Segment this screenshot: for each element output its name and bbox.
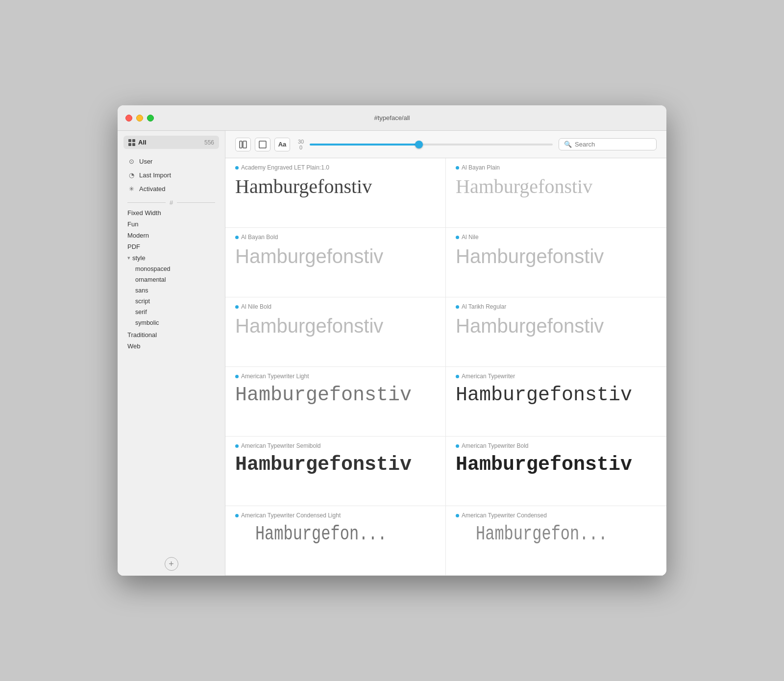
sidebar-tag-ornamental[interactable]: ornamental	[131, 274, 219, 285]
font-cell-american-typewriter-condensed-light[interactable]: American Typewriter Condensed LightHambu…	[225, 506, 446, 576]
sidebar-toggle-button[interactable]	[235, 138, 251, 151]
font-cell-american-typewriter-bold[interactable]: American Typewriter BoldHamburgefonstiv	[446, 437, 666, 506]
font-cell-american-typewriter-condensed[interactable]: American Typewriter CondensedHamburgefon…	[446, 506, 666, 576]
font-dot-al-nile	[456, 236, 459, 239]
sidebar-tag-pdf[interactable]: PDF	[123, 241, 219, 252]
sidebar-last-import-label: Last Import	[139, 171, 171, 179]
font-dot-al-bayan-plain	[456, 166, 459, 170]
font-name-text-al-bayan-plain: Al Bayan Plain	[462, 164, 500, 171]
sidebar-tag-web[interactable]: Web	[123, 340, 219, 352]
font-preview-al-nile: Hamburgefonstiv	[456, 244, 657, 268]
font-cell-al-nile-bold[interactable]: Al Nile BoldHamburgefonstiv	[225, 297, 446, 367]
font-cell-american-typewriter-light[interactable]: American Typewriter LightHamburgefonstiv	[225, 367, 446, 437]
sidebar-item-last-import[interactable]: ◔ Last Import	[123, 169, 219, 181]
all-count: 556	[204, 139, 214, 146]
font-cell-american-typewriter[interactable]: American TypewriterHamburgefonstiv	[446, 367, 666, 437]
font-name-al-bayan-plain: Al Bayan Plain	[456, 164, 657, 171]
svg-rect-1	[243, 141, 246, 148]
sidebar-tag-serif[interactable]: serif	[131, 307, 219, 317]
sidebar-tag-group-style: ▾ style monospaced ornamental sans scrip…	[123, 252, 219, 328]
font-cell-al-bayan-bold[interactable]: Al Bayan BoldHamburgefonstiv	[225, 228, 446, 297]
font-preview-academy-engraved: Hamburgefonstiv	[235, 175, 436, 198]
font-cell-al-tarikh-regular[interactable]: Al Tarikh RegularHamburgefonstiv	[446, 297, 666, 367]
style-sub-items: monospaced ornamental sans script serif …	[123, 264, 219, 328]
font-preview-al-nile-bold: Hamburgefonstiv	[235, 314, 436, 338]
sidebar-top: All 556	[118, 131, 225, 153]
view-mode-button[interactable]	[255, 138, 270, 151]
sidebar-bottom: +	[118, 552, 225, 576]
font-preview-american-typewriter-light: Hamburgefonstiv	[235, 384, 436, 407]
sidebar-tag-sans[interactable]: sans	[131, 285, 219, 296]
toolbar-icons: Aa	[235, 138, 290, 151]
maximize-button[interactable]	[147, 115, 154, 122]
add-collection-button[interactable]: +	[165, 557, 178, 571]
font-cell-american-typewriter-semibold[interactable]: American Typewriter SemiboldHamburgefons…	[225, 437, 446, 506]
close-button[interactable]	[125, 115, 132, 122]
hash-divider: #	[170, 199, 173, 206]
slider-fill	[310, 144, 419, 146]
clock-icon: ◔	[127, 171, 135, 179]
font-dot-american-typewriter-bold	[456, 444, 459, 448]
font-dot-american-typewriter-condensed	[456, 514, 459, 517]
sidebar-item-user[interactable]: ⊙ User	[123, 155, 219, 168]
font-name-american-typewriter-light: American Typewriter Light	[235, 373, 436, 380]
minimize-button[interactable]	[136, 115, 143, 122]
font-dot-american-typewriter	[456, 375, 459, 378]
search-icon: 🔍	[564, 141, 572, 148]
svg-rect-0	[240, 141, 242, 148]
font-name-american-typewriter-bold: American Typewriter Bold	[456, 442, 657, 449]
font-name-american-typewriter-condensed-light: American Typewriter Condensed Light	[235, 512, 436, 519]
font-name-text-al-tarikh-regular: Al Tarikh Regular	[462, 303, 506, 310]
sidebar-nav: ⊙ User ◔ Last Import ✳ Activated	[118, 153, 225, 197]
font-dot-al-bayan-bold	[235, 236, 239, 239]
font-preview-american-typewriter-bold: Hamburgefonstiv	[456, 453, 657, 477]
titlebar: #typeface/all	[118, 105, 666, 131]
main-content: All 556 ⊙ User ◔ Last Import ✳ Activated	[118, 131, 666, 576]
font-name-al-tarikh-regular: Al Tarikh Regular	[456, 303, 657, 310]
font-name-text-al-bayan-bold: Al Bayan Bold	[241, 234, 278, 241]
style-group-header[interactable]: ▾ style	[123, 252, 219, 264]
preview-mode-button[interactable]: Aa	[274, 138, 290, 151]
font-name-text-al-nile: Al Nile	[462, 234, 479, 241]
sidebar-tag-modern[interactable]: Modern	[123, 230, 219, 241]
sidebar-item-activated[interactable]: ✳ Activated	[123, 182, 219, 195]
person-icon: ⊙	[127, 157, 135, 165]
sidebar-tag-script[interactable]: script	[131, 296, 219, 307]
font-name-text-american-typewriter-bold: American Typewriter Bold	[462, 442, 529, 449]
font-preview-al-bayan-bold: Hamburgefonstiv	[235, 244, 436, 268]
font-name-text-american-typewriter: American Typewriter	[462, 373, 515, 380]
font-name-al-nile-bold: Al Nile Bold	[235, 303, 436, 310]
font-name-text-american-typewriter-condensed: American Typewriter Condensed	[462, 512, 547, 519]
font-preview-american-typewriter-semibold: Hamburgefonstiv	[235, 453, 436, 477]
font-name-text-american-typewriter-light: American Typewriter Light	[241, 373, 309, 380]
sidebar-tag-traditional[interactable]: Traditional	[123, 329, 219, 340]
grid-icon	[128, 139, 135, 146]
sidebar-tag-fixed-width[interactable]: Fixed Width	[123, 207, 219, 219]
sidebar-tags: Fixed Width Fun Modern PDF ▾ style monos…	[118, 207, 225, 352]
font-name-american-typewriter-semibold: American Typewriter Semibold	[235, 442, 436, 449]
slider-track[interactable]	[310, 144, 553, 146]
sidebar-tag-fun[interactable]: Fun	[123, 219, 219, 230]
font-preview-american-typewriter: Hamburgefonstiv	[456, 384, 657, 407]
font-cell-academy-engraved[interactable]: Academy Engraved LET Plain:1.0Hamburgefo…	[225, 158, 446, 228]
sidebar-tag-monospaced[interactable]: monospaced	[131, 264, 219, 274]
font-dot-american-typewriter-light	[235, 375, 239, 378]
font-dot-al-nile-bold	[235, 305, 239, 309]
font-dot-american-typewriter-semibold	[235, 444, 239, 448]
font-name-academy-engraved: Academy Engraved LET Plain:1.0	[235, 164, 436, 171]
search-box[interactable]: 🔍	[559, 138, 657, 150]
app-window: #typeface/all All 556 ⊙ Us	[118, 105, 666, 576]
svg-rect-2	[259, 141, 266, 148]
font-preview-al-tarikh-regular: Hamburgefonstiv	[456, 314, 657, 338]
font-name-american-typewriter-condensed: American Typewriter Condensed	[456, 512, 657, 519]
sidebar-tag-symbolic[interactable]: symbolic	[131, 317, 219, 328]
slider-max-label: 30	[298, 139, 304, 145]
slider-thumb[interactable]	[415, 141, 423, 148]
font-name-al-bayan-bold: Al Bayan Bold	[235, 234, 436, 241]
search-input[interactable]	[575, 141, 651, 148]
window-title: #typeface/all	[374, 114, 410, 122]
slider-min-label: 0	[299, 145, 302, 150]
font-cell-al-nile[interactable]: Al NileHamburgefonstiv	[446, 228, 666, 297]
all-button[interactable]: All 556	[123, 136, 219, 149]
font-cell-al-bayan-plain[interactable]: Al Bayan PlainHamburgefonstiv	[446, 158, 666, 228]
